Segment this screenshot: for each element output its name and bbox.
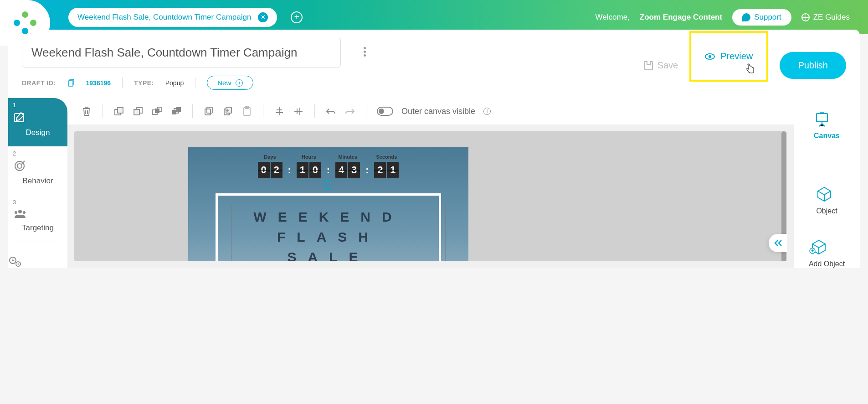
toolbar-separator [366, 104, 366, 118]
panel-divider [804, 163, 850, 163]
new-button[interactable]: New i [207, 76, 253, 90]
popup-preview[interactable]: Days 02 : Hours 10 : Minutes 43 : [188, 147, 468, 261]
send-backward-icon[interactable] [133, 106, 144, 117]
settings-button[interactable] [8, 256, 67, 268]
draft-id-value: 1938196 [86, 79, 111, 87]
panel-label: Add Object [809, 260, 845, 268]
tab-targeting[interactable]: 3 Targeting [8, 195, 67, 242]
countdown-colon: : [327, 164, 330, 176]
welcome-text: Welcome, [596, 13, 630, 22]
countdown-minutes: Minutes 43 [335, 154, 360, 178]
support-label: Support [754, 13, 781, 22]
outer-canvas-toggle[interactable] [377, 107, 393, 116]
meta-divider [122, 78, 123, 88]
digit: 2 [271, 162, 282, 178]
support-icon [742, 13, 750, 21]
info-icon[interactable]: i [483, 108, 491, 115]
toolbar-separator [103, 104, 103, 118]
digit: 1 [387, 162, 399, 178]
undo-icon[interactable] [325, 106, 336, 117]
publish-button[interactable]: Publish [780, 52, 846, 79]
align-middle-icon[interactable] [293, 106, 304, 117]
svg-rect-22 [207, 107, 212, 113]
bring-forward-icon[interactable] [113, 106, 124, 117]
redo-icon[interactable] [344, 106, 355, 117]
svg-rect-19 [172, 110, 176, 114]
countdown-colon: : [288, 164, 291, 176]
toolbar-separator [263, 104, 263, 118]
send-back-icon[interactable] [171, 106, 182, 117]
bring-front-icon[interactable] [152, 106, 163, 117]
digit: 2 [374, 162, 386, 178]
logo-container [0, 0, 50, 46]
selection-outline [231, 205, 446, 261]
draft-id-label: DRAFT ID: [22, 79, 56, 87]
right-panel: Canvas Object Add Object [794, 98, 860, 268]
collapse-panel-button[interactable] [769, 234, 787, 252]
popup-inner-frame[interactable]: WEEKEND FLASH SALE SHOP NOW [216, 193, 441, 261]
duplicate-icon[interactable] [222, 106, 233, 117]
guides-label: ZE Guides [813, 13, 850, 22]
save-icon [644, 61, 653, 70]
panel-add-object[interactable]: Add Object [809, 238, 845, 268]
chip-close-icon[interactable]: ✕ [258, 12, 268, 22]
countdown-timer[interactable]: Days 02 : Hours 10 : Minutes 43 : [188, 154, 468, 178]
countdown-minutes-label: Minutes [335, 154, 360, 160]
toolbar-separator [192, 104, 193, 118]
type-value: Popup [165, 79, 184, 87]
countdown-days-label: Days [258, 154, 282, 160]
rotate-handle-icon[interactable] [324, 180, 334, 190]
countdown-seconds: Seconds 21 [374, 154, 399, 178]
tab-behavior[interactable]: 2 Behavior [8, 146, 67, 195]
panel-label: Canvas [814, 132, 840, 140]
easel-icon [814, 112, 840, 127]
more-menu-button[interactable] [364, 47, 366, 57]
tab-number: 3 [13, 199, 16, 206]
meta-divider-2 [195, 78, 195, 88]
target-icon [13, 159, 63, 173]
campaign-title-input[interactable] [22, 38, 341, 67]
svg-point-8 [12, 259, 14, 261]
tab-label: Targeting [13, 223, 63, 233]
edit-icon [13, 111, 63, 124]
svg-rect-21 [205, 109, 211, 115]
panel-object[interactable]: Object [816, 186, 837, 215]
svg-point-3 [17, 164, 22, 168]
tab-number: 2 [13, 150, 16, 157]
cube-plus-icon [809, 238, 845, 255]
cursor-hand-icon [745, 63, 755, 74]
support-button[interactable]: Support [732, 9, 791, 26]
paste-icon[interactable] [241, 106, 252, 117]
left-sidebar: 1 Design 2 Behavior 3 Targeting [8, 98, 67, 268]
svg-point-5 [15, 211, 17, 214]
countdown-colon: : [365, 164, 369, 176]
panel-label: Object [816, 207, 837, 215]
canvas-viewport[interactable]: Days 02 : Hours 10 : Minutes 43 : [74, 131, 787, 261]
align-center-icon[interactable] [274, 106, 285, 117]
digit: 0 [258, 162, 270, 178]
type-label: TYPE: [134, 79, 154, 87]
header-left: DRAFT ID: 1938196 TYPE: Popup New i [22, 38, 341, 90]
username-text: Zoom Engage Content [640, 13, 722, 22]
add-campaign-button[interactable]: + [291, 11, 303, 23]
editor-toolbar: Outer canvas visible i [67, 98, 794, 124]
tab-label: Behavior [13, 176, 63, 186]
tab-design[interactable]: 1 Design [8, 98, 67, 146]
eye-icon [705, 53, 715, 60]
campaign-chip[interactable]: Weekend Flash Sale, Countdown Timer Camp… [68, 8, 277, 27]
tab-label: Design [13, 128, 63, 137]
guides-link[interactable]: ZE Guides [801, 13, 850, 22]
copy-icon[interactable] [67, 79, 75, 87]
new-label: New [217, 79, 231, 87]
countdown-seconds-label: Seconds [374, 154, 399, 160]
preview-label: Preview [720, 51, 753, 62]
tab-number: 1 [13, 102, 16, 109]
delete-icon[interactable] [81, 106, 92, 117]
copy-icon[interactable] [203, 106, 214, 117]
save-button[interactable]: Save [644, 60, 678, 71]
preview-button[interactable]: Preview [689, 31, 768, 82]
people-icon [13, 208, 63, 220]
panel-canvas[interactable]: Canvas [814, 112, 840, 140]
publish-label: Publish [798, 60, 828, 70]
countdown-days: Days 02 [258, 154, 282, 178]
